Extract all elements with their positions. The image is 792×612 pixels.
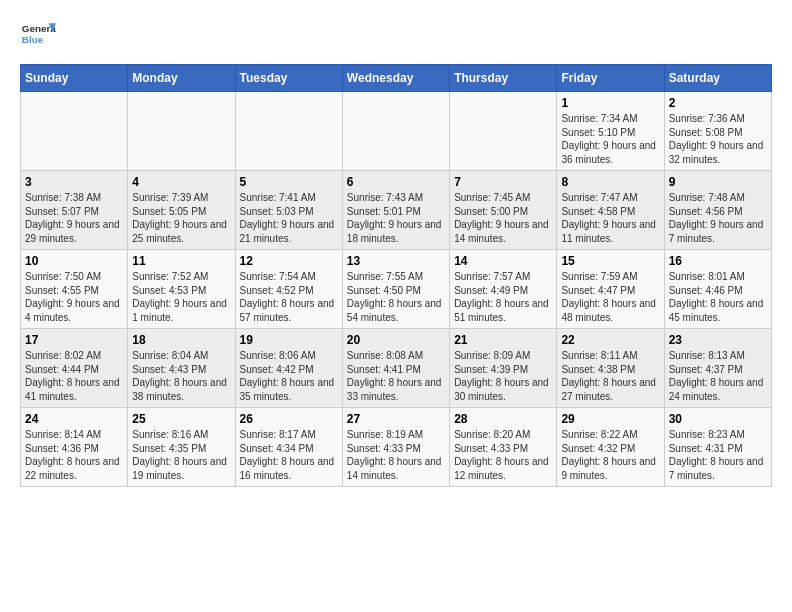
day-info: Sunrise: 7:55 AM Sunset: 4:50 PM Dayligh… <box>347 270 445 324</box>
calendar-cell: 24Sunrise: 8:14 AM Sunset: 4:36 PM Dayli… <box>21 408 128 487</box>
day-info: Sunrise: 7:38 AM Sunset: 5:07 PM Dayligh… <box>25 191 123 245</box>
day-number: 26 <box>240 412 338 426</box>
day-number: 12 <box>240 254 338 268</box>
day-info: Sunrise: 7:41 AM Sunset: 5:03 PM Dayligh… <box>240 191 338 245</box>
calendar-cell: 5Sunrise: 7:41 AM Sunset: 5:03 PM Daylig… <box>235 171 342 250</box>
calendar-cell: 27Sunrise: 8:19 AM Sunset: 4:33 PM Dayli… <box>342 408 449 487</box>
calendar-cell: 26Sunrise: 8:17 AM Sunset: 4:34 PM Dayli… <box>235 408 342 487</box>
calendar-cell: 25Sunrise: 8:16 AM Sunset: 4:35 PM Dayli… <box>128 408 235 487</box>
day-info: Sunrise: 7:34 AM Sunset: 5:10 PM Dayligh… <box>561 112 659 166</box>
calendar-cell: 20Sunrise: 8:08 AM Sunset: 4:41 PM Dayli… <box>342 329 449 408</box>
day-number: 3 <box>25 175 123 189</box>
day-info: Sunrise: 7:47 AM Sunset: 4:58 PM Dayligh… <box>561 191 659 245</box>
calendar-cell: 8Sunrise: 7:47 AM Sunset: 4:58 PM Daylig… <box>557 171 664 250</box>
calendar-cell: 1Sunrise: 7:34 AM Sunset: 5:10 PM Daylig… <box>557 92 664 171</box>
day-number: 29 <box>561 412 659 426</box>
calendar-cell: 22Sunrise: 8:11 AM Sunset: 4:38 PM Dayli… <box>557 329 664 408</box>
day-number: 8 <box>561 175 659 189</box>
calendar-cell: 29Sunrise: 8:22 AM Sunset: 4:32 PM Dayli… <box>557 408 664 487</box>
calendar-cell <box>450 92 557 171</box>
day-info: Sunrise: 8:06 AM Sunset: 4:42 PM Dayligh… <box>240 349 338 403</box>
calendar-cell: 21Sunrise: 8:09 AM Sunset: 4:39 PM Dayli… <box>450 329 557 408</box>
day-number: 24 <box>25 412 123 426</box>
calendar-cell: 15Sunrise: 7:59 AM Sunset: 4:47 PM Dayli… <box>557 250 664 329</box>
svg-text:Blue: Blue <box>22 34 44 45</box>
weekday-header-thursday: Thursday <box>450 65 557 92</box>
calendar-cell: 13Sunrise: 7:55 AM Sunset: 4:50 PM Dayli… <box>342 250 449 329</box>
day-number: 19 <box>240 333 338 347</box>
day-number: 18 <box>132 333 230 347</box>
day-number: 2 <box>669 96 767 110</box>
day-number: 20 <box>347 333 445 347</box>
day-info: Sunrise: 8:14 AM Sunset: 4:36 PM Dayligh… <box>25 428 123 482</box>
day-number: 10 <box>25 254 123 268</box>
calendar-cell <box>21 92 128 171</box>
calendar-table: SundayMondayTuesdayWednesdayThursdayFrid… <box>20 64 772 487</box>
calendar-cell: 11Sunrise: 7:52 AM Sunset: 4:53 PM Dayli… <box>128 250 235 329</box>
day-number: 27 <box>347 412 445 426</box>
weekday-header-sunday: Sunday <box>21 65 128 92</box>
day-number: 25 <box>132 412 230 426</box>
day-number: 30 <box>669 412 767 426</box>
day-info: Sunrise: 8:02 AM Sunset: 4:44 PM Dayligh… <box>25 349 123 403</box>
day-number: 15 <box>561 254 659 268</box>
weekday-header-wednesday: Wednesday <box>342 65 449 92</box>
day-number: 16 <box>669 254 767 268</box>
weekday-header-tuesday: Tuesday <box>235 65 342 92</box>
calendar-cell: 3Sunrise: 7:38 AM Sunset: 5:07 PM Daylig… <box>21 171 128 250</box>
calendar-cell <box>235 92 342 171</box>
day-info: Sunrise: 8:01 AM Sunset: 4:46 PM Dayligh… <box>669 270 767 324</box>
day-info: Sunrise: 7:39 AM Sunset: 5:05 PM Dayligh… <box>132 191 230 245</box>
day-info: Sunrise: 7:43 AM Sunset: 5:01 PM Dayligh… <box>347 191 445 245</box>
day-number: 7 <box>454 175 552 189</box>
day-number: 6 <box>347 175 445 189</box>
calendar-cell: 6Sunrise: 7:43 AM Sunset: 5:01 PM Daylig… <box>342 171 449 250</box>
day-info: Sunrise: 8:17 AM Sunset: 4:34 PM Dayligh… <box>240 428 338 482</box>
calendar-cell: 2Sunrise: 7:36 AM Sunset: 5:08 PM Daylig… <box>664 92 771 171</box>
weekday-header-friday: Friday <box>557 65 664 92</box>
weekday-header-saturday: Saturday <box>664 65 771 92</box>
calendar-cell: 9Sunrise: 7:48 AM Sunset: 4:56 PM Daylig… <box>664 171 771 250</box>
day-info: Sunrise: 8:23 AM Sunset: 4:31 PM Dayligh… <box>669 428 767 482</box>
day-info: Sunrise: 8:09 AM Sunset: 4:39 PM Dayligh… <box>454 349 552 403</box>
day-number: 22 <box>561 333 659 347</box>
day-info: Sunrise: 8:22 AM Sunset: 4:32 PM Dayligh… <box>561 428 659 482</box>
calendar-cell: 16Sunrise: 8:01 AM Sunset: 4:46 PM Dayli… <box>664 250 771 329</box>
day-info: Sunrise: 8:13 AM Sunset: 4:37 PM Dayligh… <box>669 349 767 403</box>
calendar-cell: 12Sunrise: 7:54 AM Sunset: 4:52 PM Dayli… <box>235 250 342 329</box>
day-info: Sunrise: 8:16 AM Sunset: 4:35 PM Dayligh… <box>132 428 230 482</box>
calendar-cell: 18Sunrise: 8:04 AM Sunset: 4:43 PM Dayli… <box>128 329 235 408</box>
day-number: 28 <box>454 412 552 426</box>
calendar-cell: 10Sunrise: 7:50 AM Sunset: 4:55 PM Dayli… <box>21 250 128 329</box>
day-info: Sunrise: 7:54 AM Sunset: 4:52 PM Dayligh… <box>240 270 338 324</box>
day-info: Sunrise: 8:04 AM Sunset: 4:43 PM Dayligh… <box>132 349 230 403</box>
calendar-cell: 4Sunrise: 7:39 AM Sunset: 5:05 PM Daylig… <box>128 171 235 250</box>
day-number: 13 <box>347 254 445 268</box>
day-number: 11 <box>132 254 230 268</box>
calendar-cell: 7Sunrise: 7:45 AM Sunset: 5:00 PM Daylig… <box>450 171 557 250</box>
day-number: 9 <box>669 175 767 189</box>
calendar-cell: 14Sunrise: 7:57 AM Sunset: 4:49 PM Dayli… <box>450 250 557 329</box>
generalblue-logo-icon: General Blue <box>20 16 56 52</box>
day-info: Sunrise: 8:20 AM Sunset: 4:33 PM Dayligh… <box>454 428 552 482</box>
day-info: Sunrise: 7:57 AM Sunset: 4:49 PM Dayligh… <box>454 270 552 324</box>
day-number: 4 <box>132 175 230 189</box>
day-number: 21 <box>454 333 552 347</box>
calendar-cell <box>342 92 449 171</box>
day-info: Sunrise: 7:48 AM Sunset: 4:56 PM Dayligh… <box>669 191 767 245</box>
calendar-cell: 30Sunrise: 8:23 AM Sunset: 4:31 PM Dayli… <box>664 408 771 487</box>
calendar-cell: 28Sunrise: 8:20 AM Sunset: 4:33 PM Dayli… <box>450 408 557 487</box>
calendar-cell: 19Sunrise: 8:06 AM Sunset: 4:42 PM Dayli… <box>235 329 342 408</box>
day-info: Sunrise: 8:19 AM Sunset: 4:33 PM Dayligh… <box>347 428 445 482</box>
day-number: 14 <box>454 254 552 268</box>
calendar-cell <box>128 92 235 171</box>
calendar-cell: 23Sunrise: 8:13 AM Sunset: 4:37 PM Dayli… <box>664 329 771 408</box>
day-info: Sunrise: 7:59 AM Sunset: 4:47 PM Dayligh… <box>561 270 659 324</box>
day-info: Sunrise: 8:08 AM Sunset: 4:41 PM Dayligh… <box>347 349 445 403</box>
day-number: 5 <box>240 175 338 189</box>
day-number: 17 <box>25 333 123 347</box>
weekday-header-monday: Monday <box>128 65 235 92</box>
day-info: Sunrise: 7:36 AM Sunset: 5:08 PM Dayligh… <box>669 112 767 166</box>
day-info: Sunrise: 8:11 AM Sunset: 4:38 PM Dayligh… <box>561 349 659 403</box>
day-number: 1 <box>561 96 659 110</box>
